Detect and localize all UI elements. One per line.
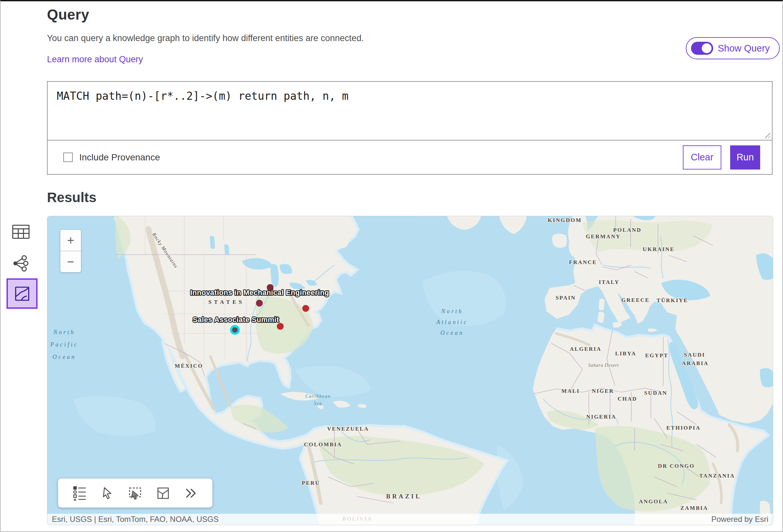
learn-more-link[interactable]: Learn more about Query <box>47 55 143 65</box>
query-page: Query You can query a knowledge graph to… <box>0 0 783 532</box>
results-title: Results <box>47 190 97 205</box>
map-label-niger: NIGER <box>592 388 614 394</box>
show-query-label: Show Query <box>718 43 770 54</box>
include-provenance-checkbox[interactable] <box>63 153 73 162</box>
map-label-algeria: ALGERIA <box>570 346 602 352</box>
map-attribution: Esri, USGS | Esri, TomTom, FAO, NOAA, US… <box>47 514 773 525</box>
attribution-sources: Esri, USGS | Esri, TomTom, FAO, NOAA, US… <box>52 515 219 524</box>
map-label-saudi: SAUDI <box>684 352 705 358</box>
double-chevron-right-icon <box>184 487 197 499</box>
map-label-angola: ANGOLA <box>639 498 668 505</box>
map-label-m-xico: MÉXICO <box>175 363 203 369</box>
map-label-france: FRANCE <box>569 259 597 265</box>
legend-button[interactable] <box>72 486 88 501</box>
map-label-states: STATES <box>209 299 245 305</box>
map-label-pacific: Pacific <box>50 341 78 348</box>
select-rectangle-button[interactable] <box>128 486 143 501</box>
legend-icon <box>73 486 87 501</box>
map-label-dr-congo: DR CONGO <box>658 463 695 469</box>
zoom-control: + − <box>60 230 81 272</box>
map-label-sea: Sea <box>314 401 322 406</box>
map-label-libya: LIBYA <box>615 351 636 357</box>
map-label-arabia: ARABIA <box>682 360 709 366</box>
query-editor-wrap: MATCH path=(n)-[r*..2]->(m) return path,… <box>48 82 772 140</box>
map-label-kingdom: KINGDOM <box>548 217 582 223</box>
map-label-greece: GREECE <box>622 297 650 303</box>
pointer-select-button[interactable] <box>99 486 115 501</box>
map-label-north: North <box>53 329 75 335</box>
map-marker[interactable] <box>277 323 284 330</box>
map-label-chad: CHAD <box>618 396 637 402</box>
map-toolbar <box>58 478 212 507</box>
map-label-sahara-desert: Sahara Desert <box>588 363 619 368</box>
map-label-egypt: EGYPT <box>645 353 668 359</box>
map-label-atlantic: Atlantic <box>436 319 468 325</box>
more-tools-button[interactable] <box>183 486 199 501</box>
toggle-knob <box>701 43 712 54</box>
map-label-brazil: BRAZIL <box>386 493 422 500</box>
map-label-caribbean: Caribbean <box>305 394 331 399</box>
zoom-in-button[interactable]: + <box>60 230 81 251</box>
zoom-out-button[interactable]: − <box>60 251 81 272</box>
map-label-ocean: Ocean <box>53 354 76 360</box>
map-label-mali: MALI <box>562 388 580 394</box>
query-editor[interactable]: MATCH path=(n)-[r*..2]->(m) return path,… <box>48 82 772 140</box>
map-label-per-: PERÚ <box>302 480 320 486</box>
page-description: You can query a knowledge graph to ident… <box>47 33 364 43</box>
map-label-colombia: COLOMBIA <box>304 441 342 447</box>
table-icon <box>12 224 30 239</box>
lasso-select-button[interactable] <box>155 486 171 501</box>
show-query-toggle[interactable]: Show Query <box>686 37 780 59</box>
entity-label: Innovations in Mechanical Engineering <box>190 289 329 297</box>
map-label-poland: POLAND <box>613 227 642 233</box>
lasso-select-icon <box>157 487 170 500</box>
map-label-zambia: ZAMBIA <box>681 505 708 511</box>
clear-button[interactable]: Clear <box>683 145 721 169</box>
cursor-icon <box>101 487 113 500</box>
map-label-ukraine: UKRAINE <box>643 246 675 252</box>
map-label-venezuela: VENEZUELA <box>327 426 369 432</box>
map-label-germany: GERMANY <box>586 233 621 240</box>
map-label-italy: ITALY <box>599 279 620 285</box>
query-panel: MATCH path=(n)-[r*..2]->(m) return path,… <box>47 81 773 175</box>
toggle-on-icon[interactable] <box>691 42 713 55</box>
map-label-sudan: SUDAN <box>644 390 667 396</box>
entity-label: Sales Associate Summit <box>193 315 279 324</box>
map-label-spain: SPAIN <box>556 295 576 301</box>
run-button[interactable]: Run <box>730 145 760 169</box>
map-marker[interactable] <box>303 305 309 312</box>
map-label-ethiopia: ETHIOPIA <box>666 425 700 431</box>
query-footer: Include Provenance Clear Run <box>48 140 772 174</box>
rail-item-table[interactable] <box>10 224 31 240</box>
powered-by-esri: Powered by Esri <box>711 515 768 524</box>
map-label-nigeria: NIGERIA <box>586 414 616 420</box>
rail-item-link-chart[interactable] <box>10 255 31 272</box>
map-icon <box>14 286 30 302</box>
map-label-tanzania: TANZANIA <box>699 473 735 479</box>
map-marker-selected[interactable] <box>232 327 238 333</box>
results-map[interactable]: KINGDOMPOLANDGERMANYUKRAINEFRANCEITALYSP… <box>47 216 773 525</box>
map-label-north: North <box>441 308 463 314</box>
link-chart-icon <box>12 255 29 272</box>
include-provenance-label[interactable]: Include Provenance <box>79 152 160 163</box>
select-rectangle-icon <box>128 486 143 500</box>
page-title: Query <box>47 6 89 23</box>
map-label-t-rkiye: TÜRKIYE <box>657 297 688 303</box>
rail-item-map[interactable] <box>6 278 37 309</box>
map-marker[interactable] <box>256 300 263 307</box>
map-label-ocean: Ocean <box>440 330 464 336</box>
